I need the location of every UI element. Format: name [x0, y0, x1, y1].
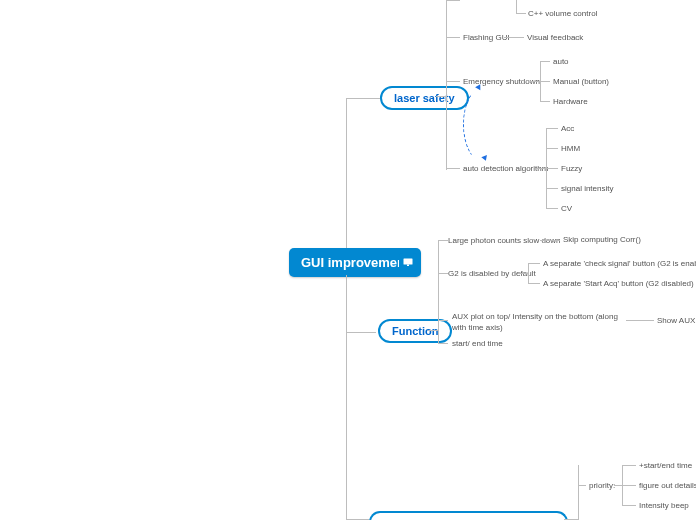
ad-fuzzy-h [546, 168, 558, 169]
leaf-aux-plot[interactable]: AUX plot on top/ Intensity on the bottom… [452, 311, 622, 333]
leaf-ad-fuzzy[interactable]: Fuzzy [561, 163, 582, 174]
leaf-start-end[interactable]: start/ end time [452, 338, 503, 349]
cpp-h [516, 13, 526, 14]
trunk-bottom [346, 332, 347, 520]
es-h1 [446, 81, 460, 82]
fn-skip-h [540, 240, 560, 241]
trunk-to-function [346, 332, 376, 333]
fn-start-h [528, 283, 540, 284]
leaf-flashing-gui[interactable]: Flashing GUI [463, 32, 510, 43]
es-man-h [540, 81, 550, 82]
es-auto-h [540, 61, 550, 62]
ad-stub [536, 168, 546, 169]
prio-stub [614, 485, 622, 486]
prio-int-h [622, 505, 636, 506]
leaf-es-auto[interactable]: auto [553, 56, 569, 67]
prio-vert0 [578, 465, 579, 520]
prio-fig-h [622, 485, 636, 486]
leaf-prio-intensity[interactable]: Intensity beep [639, 500, 689, 511]
trunk-lower [346, 275, 347, 332]
leaf-emergency-shutdown[interactable]: Emergency shutdown [463, 76, 540, 87]
fn-set-h [438, 343, 448, 344]
fn-showaux-h [626, 320, 654, 321]
trunk-to-laser [346, 98, 380, 99]
leaf-ad-signal[interactable]: signal intensity [561, 183, 613, 194]
fn-lp-h [438, 240, 448, 241]
ad-h1 [446, 168, 460, 169]
visfb-h [504, 37, 524, 38]
ad-hmm-h [546, 148, 558, 149]
fn-g2-stub [518, 273, 528, 274]
leaf-ad-hmm[interactable]: HMM [561, 143, 580, 154]
svg-rect-1 [407, 265, 409, 267]
leaf-prio-figure[interactable]: figure out details G [639, 480, 696, 491]
cpp-vline [516, 0, 517, 14]
leaf-visual-feedback[interactable]: Visual feedback [527, 32, 583, 43]
flash-h [446, 37, 460, 38]
prio-se-h [622, 465, 636, 466]
leaf-sep-check[interactable]: A separate 'check signal' button (G2 is … [543, 258, 696, 269]
ls-stub [436, 96, 446, 97]
leaf-sep-start[interactable]: A separate 'Start Acq' button (G2 disabl… [543, 278, 694, 289]
root-present-icon[interactable] [399, 253, 417, 271]
fn-vert [438, 240, 439, 344]
leaf-priority[interactable]: priority: [589, 480, 615, 491]
leaf-show-aux[interactable]: Show AUX by [657, 315, 696, 326]
ls-vert [446, 0, 447, 170]
fn-stub [428, 330, 438, 331]
branch-bottom-partial[interactable] [369, 511, 568, 520]
ls-c0-h [446, 0, 460, 1]
leaf-es-manual[interactable]: Manual (button) [553, 76, 609, 87]
root-label: GUI improvement [301, 255, 409, 270]
leaf-prio-startend[interactable]: +start/end time [639, 460, 692, 471]
branch-function[interactable]: Function [378, 319, 452, 343]
ad-sig-h [546, 188, 558, 189]
leaf-es-hardware[interactable]: Hardware [553, 96, 588, 107]
fn-g2-h [438, 273, 448, 274]
es-stub [530, 81, 540, 82]
mindmap-canvas[interactable]: GUI improvement laser safety C++ volume … [0, 0, 696, 520]
branch-function-label: Function [392, 325, 438, 337]
svg-rect-0 [404, 259, 413, 265]
fn-g2-vert [528, 263, 529, 284]
leaf-cpp-volume[interactable]: C++ volume control [528, 8, 597, 19]
prio-h [578, 485, 586, 486]
ad-acc-h [546, 128, 558, 129]
es-hw-h [540, 101, 550, 102]
fn-aux-h [438, 320, 448, 321]
trunk-upper [346, 98, 347, 248]
ad-cv-h [546, 208, 558, 209]
fn-chk-h [528, 263, 540, 264]
relation-arrow [463, 86, 505, 163]
branch-laser-safety[interactable]: laser safety [380, 86, 469, 110]
leaf-ad-cv[interactable]: CV [561, 203, 572, 214]
leaf-ad-acc[interactable]: Acc [561, 123, 574, 134]
leaf-skip-corr[interactable]: Skip computing Corr() [563, 234, 641, 245]
